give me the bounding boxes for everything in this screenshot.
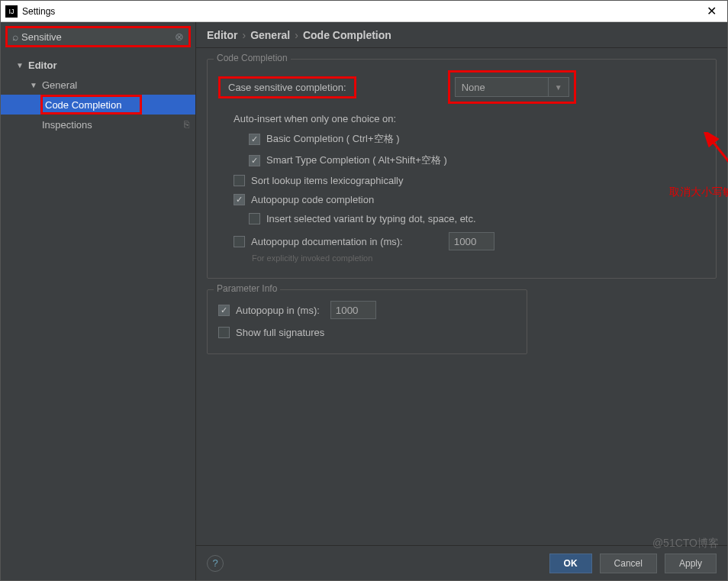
chevron-down-icon: ▼ [16, 61, 25, 69]
smart-type-completion-checkbox[interactable] [249, 155, 260, 166]
tree-item-code-completion[interactable]: Code Completion [1, 95, 195, 115]
chevron-down-icon: ▼ [548, 78, 562, 96]
insert-selected-checkbox[interactable] [249, 213, 260, 224]
show-full-sig-checkbox[interactable] [218, 327, 230, 338]
checkbox-label: Autopopup documentation in (ms): [251, 236, 403, 247]
cancel-button[interactable]: Cancel [600, 554, 657, 573]
main-panel: Editor › General › Code Completion Code … [196, 22, 727, 580]
clear-search-icon[interactable]: ⊗ [175, 31, 184, 43]
breadcrumb-part[interactable]: Code Completion [303, 29, 391, 41]
settings-tree: ▼ Editor ▼ General Code Completion Inspe… [1, 50, 195, 580]
footer: ? OK Cancel Apply [196, 545, 727, 580]
checkbox-label: Autopopup in (ms): [236, 305, 320, 316]
chevron-right-icon: › [295, 29, 298, 41]
auto-insert-label: Auto-insert when only one choice on: [218, 113, 705, 124]
tree-label: Inspections [42, 119, 92, 131]
chevron-right-icon: › [242, 29, 246, 41]
content-area: Code Completion Case sensitive completio… [196, 48, 727, 545]
chevron-down-icon: ▼ [30, 81, 39, 89]
settings-window: IJ Settings ✕ ⌕ ⊗ ▼ Editor ▼ General [0, 0, 728, 581]
tree-item-editor[interactable]: ▼ Editor [1, 55, 195, 75]
checkbox-label: Insert selected variant by typing dot, s… [266, 213, 476, 224]
titlebar: IJ Settings ✕ [1, 1, 727, 22]
fieldset-legend: Code Completion [214, 53, 291, 63]
tree-item-inspections[interactable]: Inspections ⎘ [1, 115, 195, 134]
autopopup-code-checkbox[interactable] [234, 194, 245, 205]
autopopup-in-input[interactable] [330, 301, 376, 319]
tree-item-general[interactable]: ▼ General [1, 75, 195, 95]
close-icon[interactable]: ✕ [701, 4, 723, 18]
tree-label: Editor [28, 60, 57, 71]
checkbox-label: Show full signatures [236, 327, 324, 338]
window-title: Settings [22, 6, 55, 17]
breadcrumb-part[interactable]: General [250, 29, 290, 41]
breadcrumb: Editor › General › Code Completion [196, 22, 727, 48]
case-sensitive-dropdown[interactable]: None ▼ [455, 77, 569, 97]
checkbox-label: Basic Completion ( Ctrl+空格 ) [266, 132, 399, 146]
annotation-text: 取消大小写敏感,让代码提示更丰富齐全. [669, 186, 728, 199]
case-sensitive-highlight: None ▼ [448, 70, 576, 104]
copy-icon[interactable]: ⎘ [184, 119, 189, 130]
tree-label: Code Completion [45, 99, 121, 111]
autopopup-doc-checkbox[interactable] [234, 236, 245, 247]
autopopup-in-checkbox[interactable] [218, 305, 230, 316]
checkbox-label: Sort lookup items lexicographically [251, 175, 403, 186]
autopopup-doc-input[interactable] [449, 232, 494, 250]
tree-label: General [42, 79, 77, 91]
parameter-info-fieldset: Parameter Info Autopopup in (ms): Show f… [207, 289, 527, 354]
ok-button[interactable]: OK [549, 554, 592, 573]
basic-completion-checkbox[interactable] [249, 134, 260, 145]
code-completion-fieldset: Code Completion Case sensitive completio… [207, 59, 717, 279]
case-sensitive-label: Case sensitive completion: [218, 76, 356, 98]
sort-lookup-checkbox[interactable] [234, 175, 245, 186]
search-input[interactable] [21, 31, 175, 43]
sidebar: ⌕ ⊗ ▼ Editor ▼ General Code Completion [1, 22, 196, 580]
breadcrumb-part[interactable]: Editor [207, 29, 237, 41]
app-icon: IJ [5, 5, 18, 18]
fieldset-legend: Parameter Info [214, 283, 280, 294]
search-box: ⌕ ⊗ [5, 26, 191, 47]
checkbox-label: Smart Type Completion ( Alt+Shift+空格 ) [266, 153, 447, 167]
dropdown-value: None [462, 82, 485, 93]
watermark: @51CTO博客 [652, 537, 719, 550]
checkbox-label: Autopopup code completion [251, 194, 374, 205]
autopopup-doc-hint: For explicitly invoked completion [252, 253, 705, 263]
apply-button[interactable]: Apply [665, 554, 717, 573]
help-icon[interactable]: ? [207, 555, 224, 572]
search-icon: ⌕ [12, 31, 18, 43]
